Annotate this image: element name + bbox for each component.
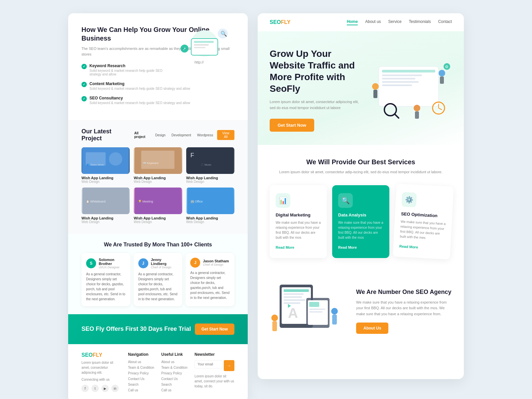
read-more-3[interactable]: Read More — [399, 244, 418, 249]
filter-tabs: All project Design Development Wordpress… — [132, 130, 234, 140]
left-footer: SEOFLY Lorem ipsum dolor sit amet, conse… — [68, 344, 248, 399]
project-item-3: F 🎵 Music Wish App Landing Web Design — [186, 147, 234, 184]
project-image-6: 🏢 Office — [186, 188, 234, 214]
connecting-label: Connecting with us — [81, 378, 121, 381]
svg-rect-56 — [309, 309, 325, 310]
footer-nav-link-1[interactable]: About us — [128, 360, 155, 364]
author-row-2: J Jenny Lindberg Chief of Design — [138, 258, 178, 269]
footer-useful-link-1[interactable]: About us — [161, 360, 188, 364]
filter-wp[interactable]: Wordpress — [195, 133, 215, 138]
twitter-icon[interactable]: t — [91, 385, 99, 392]
author-role-1: UI/UX Designer — [99, 266, 126, 269]
project-item-5: 💡 Meeting Wish App Landing Web Design — [134, 188, 182, 224]
project-cat-3: Web Design — [186, 180, 234, 184]
youtube-icon[interactable]: ▶ — [101, 385, 109, 392]
hero-description: Lorem ipsum dolor sit amet, consectetur … — [270, 99, 359, 111]
digital-marketing-icon: 📊 — [276, 193, 290, 208]
about-section: A We Are Number One SEO Agency We make s… — [258, 271, 464, 358]
svg-rect-31 — [382, 84, 412, 86]
svg-text:⌨️ Keyboard: ⌨️ Keyboard — [143, 161, 158, 165]
svg-text:F: F — [190, 152, 194, 159]
nav-about[interactable]: About us — [365, 19, 381, 25]
svg-rect-2 — [194, 41, 214, 43]
testimonial-text-1: As a general contractor, Designers simpl… — [86, 272, 126, 302]
cta-button[interactable]: Get Start Now — [195, 324, 234, 335]
services-section: We Will Provide Our Best Services Lorem … — [258, 145, 464, 271]
about-button[interactable]: About Us — [356, 323, 388, 334]
svg-point-60 — [331, 308, 338, 315]
project-title-6: Wish App Landing — [186, 216, 234, 220]
projects-grid: 👥 Team Work Wish App Landing Web Design … — [68, 147, 248, 234]
newsletter-submit[interactable]: → — [224, 360, 234, 371]
feature-item-3: ✓ SEO Consultancy Solid keyword & market… — [81, 96, 234, 105]
author-row-1: S Solomon Brother UI/UX Designer — [86, 258, 126, 269]
project-item-4: 📋 Whiteboard Wish App Landing Web Design — [81, 188, 130, 224]
about-title: We Are Number One SEO Agency — [356, 289, 452, 296]
filter-all[interactable]: All project — [132, 131, 151, 139]
footer-nav-link-2[interactable]: Team & Condition — [128, 366, 155, 369]
svg-rect-28 — [382, 74, 422, 76]
footer-useful-link-5[interactable]: Search — [161, 383, 188, 386]
filter-dev[interactable]: Development — [170, 133, 193, 138]
testimonial-card-3: J Jason Statham Chief of Design As a gen… — [186, 253, 234, 306]
newsletter-input[interactable] — [195, 360, 222, 368]
author-row-3: J Jason Statham Chief of Design — [190, 258, 230, 268]
footer-nav-link-4[interactable]: Contact Us — [128, 377, 155, 381]
testimonial-text-2: As a general contractor, Designers simpl… — [138, 272, 178, 302]
project-item-6: 🏢 Office Wish App Landing Web Design — [186, 188, 234, 224]
service-title-1: Digital Marketing — [276, 212, 321, 217]
footer-useful-link-4[interactable]: Contact Us — [161, 377, 188, 381]
view-all-button[interactable]: View All — [217, 130, 234, 140]
project-title-3: Wish App Landing — [186, 176, 234, 180]
footer-nav-link-3[interactable]: Privacy Policy — [128, 371, 155, 375]
read-more-2[interactable]: Read More — [338, 245, 357, 249]
trusted-title: We Are Trusted By More Than 100+ Clients — [81, 242, 234, 248]
footer-brand-desc: Lorem ipsum dolor sit amet, consectetur … — [81, 360, 121, 375]
nav-testimonials[interactable]: Testimonials — [409, 19, 431, 25]
svg-rect-61 — [332, 315, 337, 325]
footer-useful-link-3[interactable]: Privacy Policy — [161, 371, 188, 375]
service-desc-1: We make sure that you have a relaxing ex… — [276, 220, 321, 240]
project-cat-6: Web Design — [186, 220, 234, 224]
services-description: Lorem ipsum dolor sit amet, consectetur … — [270, 169, 452, 175]
facebook-icon[interactable]: f — [81, 385, 89, 392]
hero-cta-button[interactable]: Get Start Now — [270, 119, 314, 132]
projects-header: Our Latest Project All project Design De… — [68, 128, 248, 142]
check-icon-2: ✓ — [81, 82, 87, 87]
footer-nav-col: Navigation About us Team & Condition Pri… — [128, 352, 155, 394]
footer-newsletter-title: Newsletter — [195, 352, 234, 357]
service-cards: 📊 Digital Marketing We make sure that yo… — [270, 185, 452, 258]
avatar-1: S — [86, 258, 96, 268]
svg-text:A: A — [288, 305, 298, 321]
svg-rect-51 — [284, 302, 300, 304]
svg-rect-50 — [284, 299, 305, 301]
trusted-section: We Are Trusted By More Than 100+ Clients… — [68, 234, 248, 314]
svg-line-37 — [395, 114, 399, 118]
footer-nav-link-5[interactable]: Search — [128, 383, 155, 386]
project-cat-1: Web Design — [81, 180, 130, 184]
footer-brand: SEOFLY Lorem ipsum dolor sit amet, conse… — [81, 352, 121, 394]
svg-point-32 — [372, 83, 379, 90]
filter-design[interactable]: Design — [153, 133, 168, 138]
nav-service[interactable]: Service — [388, 19, 402, 25]
svg-rect-57 — [309, 311, 323, 313]
svg-text:↗: ↗ — [183, 47, 186, 51]
svg-line-40 — [439, 108, 442, 110]
svg-rect-4 — [194, 47, 205, 48]
cta-title: SEO Fly Offers First 30 Days Free Trial — [81, 325, 191, 333]
author-role-3: Chief of Design — [203, 263, 229, 266]
about-text: We Are Number One SEO Agency We make sur… — [356, 289, 452, 334]
nav-home[interactable]: Home — [347, 19, 358, 25]
service-title-2: Data Analysis — [338, 212, 383, 217]
svg-rect-49 — [284, 296, 302, 298]
footer-useful-link-6[interactable]: Call us — [161, 388, 188, 392]
linkedin-icon[interactable]: in — [111, 385, 119, 392]
project-item-2: ⌨️ Keyboard Wish App Landing Web Design — [134, 147, 182, 184]
service-card-data: 🔍 Data Analysis We make sure that you ha… — [332, 185, 389, 258]
nav-contact[interactable]: Contact — [438, 19, 452, 25]
service-title-3: SEO Optimization — [401, 211, 447, 218]
testimonials-row: S Solomon Brother UI/UX Designer As a ge… — [81, 253, 234, 306]
footer-nav-link-6[interactable]: Call us — [128, 388, 155, 392]
read-more-1[interactable]: Read More — [276, 245, 294, 249]
footer-useful-link-2[interactable]: Team & Condition — [161, 366, 188, 369]
